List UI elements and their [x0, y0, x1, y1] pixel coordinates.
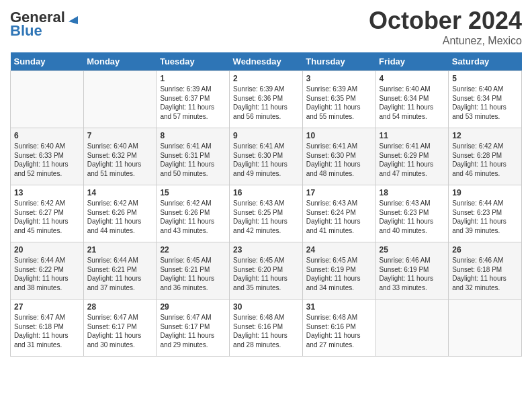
day-info-line: Daylight: 11 hours and 44 minutes.	[87, 217, 153, 235]
day-number: 23	[233, 245, 299, 255]
day-info-line: Sunset: 6:35 PM	[306, 94, 372, 103]
header-friday: Friday	[375, 52, 449, 71]
day-info-line: Daylight: 11 hours and 56 minutes.	[233, 103, 299, 121]
page-header: General Blue October 2024 Antunez, Mexic…	[10, 7, 522, 47]
day-number: 21	[87, 245, 153, 255]
day-number: 5	[452, 74, 518, 83]
calendar-title: October 2024	[369, 7, 522, 35]
table-row: 27Sunrise: 6:47 AMSunset: 6:18 PMDayligh…	[11, 300, 84, 357]
table-row: 26Sunrise: 6:46 AMSunset: 6:18 PMDayligh…	[449, 242, 522, 300]
table-row: 10Sunrise: 6:41 AMSunset: 6:30 PMDayligh…	[302, 128, 375, 185]
day-info-line: Sunset: 6:27 PM	[14, 208, 80, 218]
day-info-line: Daylight: 11 hours and 57 minutes.	[160, 103, 226, 121]
table-row: 18Sunrise: 6:43 AMSunset: 6:23 PMDayligh…	[375, 185, 449, 242]
logo-blue-text: Blue	[10, 24, 42, 38]
logo: General Blue	[10, 7, 81, 38]
day-info-line: Sunset: 6:17 PM	[160, 322, 226, 332]
day-info-line: Sunrise: 6:45 AM	[160, 256, 226, 265]
day-content: Sunrise: 6:42 AMSunset: 6:27 PMDaylight:…	[14, 199, 80, 235]
day-content: Sunrise: 6:48 AMSunset: 6:16 PMDaylight:…	[233, 313, 299, 349]
day-info-line: Daylight: 11 hours and 36 minutes.	[160, 274, 226, 292]
day-number: 6	[14, 131, 80, 140]
table-row: 28Sunrise: 6:47 AMSunset: 6:17 PMDayligh…	[83, 300, 157, 357]
day-info-line: Sunrise: 6:40 AM	[87, 142, 153, 151]
day-info-line: Sunrise: 6:48 AM	[306, 313, 372, 322]
header-monday: Monday	[83, 52, 157, 71]
day-number: 7	[87, 131, 153, 140]
table-row: 11Sunrise: 6:41 AMSunset: 6:29 PMDayligh…	[375, 128, 449, 185]
day-content: Sunrise: 6:41 AMSunset: 6:30 PMDaylight:…	[306, 142, 372, 178]
day-content: Sunrise: 6:45 AMSunset: 6:21 PMDaylight:…	[160, 256, 226, 292]
day-info-line: Sunset: 6:22 PM	[14, 265, 80, 275]
day-info-line: Sunrise: 6:39 AM	[306, 85, 372, 94]
day-content: Sunrise: 6:44 AMSunset: 6:21 PMDaylight:…	[87, 256, 153, 292]
calendar-week-row: 6Sunrise: 6:40 AMSunset: 6:33 PMDaylight…	[11, 128, 522, 185]
day-info-line: Sunset: 6:16 PM	[306, 322, 372, 332]
day-info-line: Daylight: 11 hours and 31 minutes.	[14, 331, 80, 349]
day-content: Sunrise: 6:48 AMSunset: 6:16 PMDaylight:…	[306, 313, 372, 349]
day-info-line: Sunrise: 6:42 AM	[14, 199, 80, 208]
day-info-line: Daylight: 11 hours and 43 minutes.	[160, 217, 226, 235]
day-info-line: Daylight: 11 hours and 38 minutes.	[14, 274, 80, 292]
day-number: 9	[233, 131, 299, 140]
table-row: 23Sunrise: 6:45 AMSunset: 6:20 PMDayligh…	[230, 242, 303, 300]
header-thursday: Thursday	[302, 52, 375, 71]
day-info-line: Daylight: 11 hours and 30 minutes.	[87, 331, 153, 349]
day-info-line: Daylight: 11 hours and 32 minutes.	[452, 274, 518, 292]
day-info-line: Sunrise: 6:45 AM	[233, 256, 299, 265]
day-number: 12	[452, 131, 518, 140]
table-row	[11, 71, 84, 128]
day-info-line: Daylight: 11 hours and 52 minutes.	[14, 160, 80, 178]
day-number: 22	[160, 245, 226, 255]
day-info-line: Daylight: 11 hours and 28 minutes.	[233, 331, 299, 349]
day-info-line: Sunset: 6:32 PM	[87, 151, 153, 161]
day-info-line: Sunset: 6:37 PM	[160, 94, 226, 103]
day-info-line: Sunset: 6:33 PM	[14, 151, 80, 161]
day-number: 4	[380, 74, 445, 83]
table-row: 17Sunrise: 6:43 AMSunset: 6:24 PMDayligh…	[302, 185, 375, 242]
day-number: 27	[14, 302, 80, 312]
day-info-line: Sunset: 6:28 PM	[452, 151, 518, 161]
day-info-line: Daylight: 11 hours and 54 minutes.	[380, 103, 445, 121]
day-info-line: Daylight: 11 hours and 45 minutes.	[14, 217, 80, 235]
day-info-line: Sunset: 6:34 PM	[380, 94, 445, 103]
day-info-line: Daylight: 11 hours and 49 minutes.	[233, 160, 299, 178]
header-tuesday: Tuesday	[157, 52, 230, 71]
day-info-line: Daylight: 11 hours and 41 minutes.	[306, 217, 372, 235]
day-info-line: Daylight: 11 hours and 48 minutes.	[306, 160, 372, 178]
day-info-line: Sunset: 6:26 PM	[87, 208, 153, 218]
table-row: 1Sunrise: 6:39 AMSunset: 6:37 PMDaylight…	[157, 71, 230, 128]
table-row: 4Sunrise: 6:40 AMSunset: 6:34 PMDaylight…	[375, 71, 449, 128]
day-content: Sunrise: 6:46 AMSunset: 6:18 PMDaylight:…	[452, 256, 518, 292]
day-info-line: Daylight: 11 hours and 40 minutes.	[380, 217, 445, 235]
day-number: 25	[380, 245, 445, 255]
table-row: 20Sunrise: 6:44 AMSunset: 6:22 PMDayligh…	[11, 242, 84, 300]
day-number: 11	[380, 131, 445, 140]
table-row: 6Sunrise: 6:40 AMSunset: 6:33 PMDaylight…	[11, 128, 84, 185]
table-row	[449, 300, 522, 357]
table-row: 19Sunrise: 6:44 AMSunset: 6:23 PMDayligh…	[449, 185, 522, 242]
day-info-line: Sunrise: 6:45 AM	[306, 256, 372, 265]
logo-arrow-icon	[66, 9, 81, 24]
day-number: 16	[233, 188, 299, 197]
table-row: 9Sunrise: 6:41 AMSunset: 6:30 PMDaylight…	[230, 128, 303, 185]
day-info-line: Sunset: 6:29 PM	[380, 151, 445, 161]
day-number: 8	[160, 131, 226, 140]
day-content: Sunrise: 6:44 AMSunset: 6:23 PMDaylight:…	[452, 199, 518, 235]
day-content: Sunrise: 6:40 AMSunset: 6:34 PMDaylight:…	[380, 85, 445, 121]
day-number: 15	[160, 188, 226, 197]
day-content: Sunrise: 6:43 AMSunset: 6:25 PMDaylight:…	[233, 199, 299, 235]
day-content: Sunrise: 6:40 AMSunset: 6:33 PMDaylight:…	[14, 142, 80, 178]
day-info-line: Sunset: 6:20 PM	[233, 265, 299, 275]
table-row: 2Sunrise: 6:39 AMSunset: 6:36 PMDaylight…	[230, 71, 303, 128]
day-info-line: Sunrise: 6:40 AM	[452, 85, 518, 94]
day-content: Sunrise: 6:42 AMSunset: 6:26 PMDaylight:…	[87, 199, 153, 235]
day-info-line: Daylight: 11 hours and 37 minutes.	[87, 274, 153, 292]
day-content: Sunrise: 6:39 AMSunset: 6:37 PMDaylight:…	[160, 85, 226, 121]
day-info-line: Sunrise: 6:41 AM	[160, 142, 226, 151]
day-info-line: Sunrise: 6:39 AM	[233, 85, 299, 94]
day-content: Sunrise: 6:39 AMSunset: 6:35 PMDaylight:…	[306, 85, 372, 121]
calendar-header-row: Sunday Monday Tuesday Wednesday Thursday…	[11, 52, 522, 71]
day-info-line: Sunrise: 6:42 AM	[87, 199, 153, 208]
calendar-week-row: 20Sunrise: 6:44 AMSunset: 6:22 PMDayligh…	[11, 242, 522, 300]
